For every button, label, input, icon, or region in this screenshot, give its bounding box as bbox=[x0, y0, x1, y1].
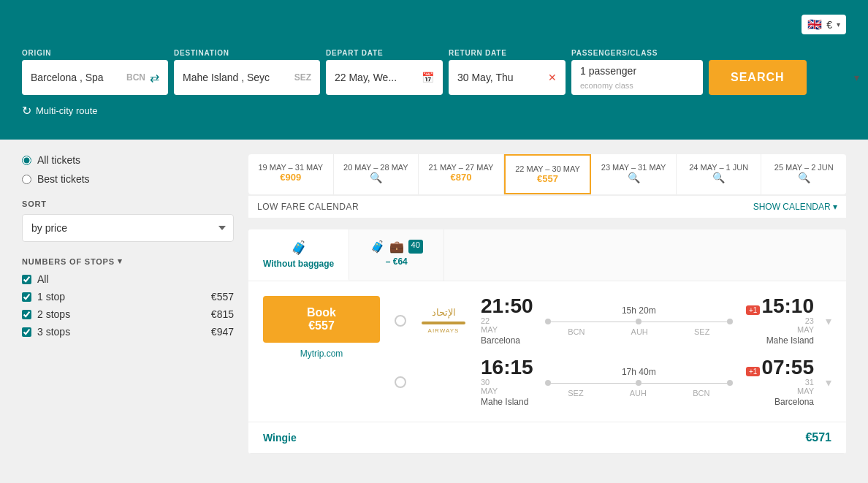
dot-mid-out bbox=[636, 319, 642, 324]
origin-field[interactable]: BCN ⇄ bbox=[22, 60, 168, 95]
search-icon-5: 🔍 bbox=[682, 172, 755, 183]
header-top: 🇬🇧 € ▾ bbox=[22, 15, 846, 34]
stops-header[interactable]: NUMBERS OF STOPS ▾ bbox=[22, 256, 234, 266]
results-container: 🧳 Without baggage 🧳 💼 40 – €64 bbox=[248, 229, 846, 454]
outbound-segment: الإتحاد AIRWAYS 21:50 bbox=[395, 296, 831, 346]
multi-city-link[interactable]: ↻ Multi-city route bbox=[22, 104, 846, 118]
stop-codes-out: BCN AUH SEZ bbox=[545, 327, 733, 336]
airline-name: AIRWAYS bbox=[428, 327, 460, 335]
dest-input[interactable] bbox=[183, 72, 290, 83]
arrive-day-badge-out: +1 bbox=[746, 305, 760, 315]
route-line-in: 17h 40m SEZ AUH BCN bbox=[545, 367, 733, 398]
stop-item-3[interactable]: 3 stops €947 bbox=[22, 326, 234, 338]
stop-item-2[interactable]: 2 stops €815 bbox=[22, 308, 234, 320]
depart-time-big-out: 21:50 bbox=[481, 296, 533, 316]
stop-item-1[interactable]: 1 stop €557 bbox=[22, 291, 234, 303]
bag-filled-icon: 💼 bbox=[389, 240, 404, 254]
date-tab-2[interactable]: 21 MAY – 27 MAY €870 bbox=[419, 154, 504, 194]
dot-end-out bbox=[727, 319, 733, 324]
bag-count-badge: 40 bbox=[408, 240, 423, 254]
stop-codes-in: SEZ AUH BCN bbox=[545, 389, 733, 398]
stop-code-bcn: BCN bbox=[568, 327, 585, 336]
search-button[interactable]: SEARCH bbox=[709, 60, 807, 95]
show-calendar-label: SHOW CALENDAR bbox=[753, 202, 831, 212]
expand-icon-in[interactable]: ▾ bbox=[826, 376, 831, 389]
search-icon-6: 🔍 bbox=[767, 172, 840, 183]
stop-1-checkbox[interactable] bbox=[22, 292, 31, 302]
return-field[interactable]: ✕ bbox=[449, 60, 566, 95]
depart-city-in: Mahe Island bbox=[481, 397, 533, 407]
date-tab-5[interactable]: 24 MAY – 1 JUN 🔍 bbox=[677, 154, 762, 194]
airline-bar-icon bbox=[422, 319, 465, 327]
swap-icon[interactable]: ⇄ bbox=[150, 71, 159, 85]
inbound-radio[interactable] bbox=[395, 376, 406, 388]
inbound-segment: 16:15 30 MAY Mahe Island 17h 40m bbox=[395, 357, 831, 407]
origin-input[interactable] bbox=[31, 72, 122, 83]
book-label: Book bbox=[285, 306, 358, 319]
arrive-month-in: MAY bbox=[797, 387, 814, 395]
depart-input[interactable] bbox=[335, 72, 417, 83]
sort-select[interactable]: by price bbox=[22, 214, 234, 242]
bag-icon: 🧳 bbox=[291, 240, 307, 256]
dot-start-in bbox=[545, 380, 551, 386]
arrive-day-in: 31 bbox=[805, 378, 814, 387]
filter-tab-with-baggage[interactable]: 🧳 💼 40 – €64 bbox=[349, 229, 444, 281]
best-tickets-input[interactable] bbox=[22, 175, 31, 184]
filter-tab-no-baggage[interactable]: 🧳 Without baggage bbox=[248, 229, 349, 281]
arrive-day-out: 23 bbox=[805, 316, 814, 325]
refresh-icon: ↻ bbox=[22, 104, 31, 118]
depart-label: DEPART DATE bbox=[326, 49, 443, 57]
main: All tickets Best tickets SORT by price N… bbox=[0, 140, 868, 468]
close-icon[interactable]: ✕ bbox=[548, 72, 557, 83]
flight-details: الإتحاد AIRWAYS 21:50 bbox=[395, 296, 831, 407]
return-input[interactable] bbox=[457, 72, 544, 83]
stop-2-label: 2 stops bbox=[37, 308, 70, 320]
dest-field[interactable]: SEZ bbox=[174, 60, 320, 95]
multi-city-label: Multi-city route bbox=[36, 105, 98, 116]
low-fare-bar: LOW FARE CALENDAR SHOW CALENDAR ▾ bbox=[248, 196, 846, 218]
stop-code-auh-out: AUH bbox=[631, 327, 648, 336]
return-label: RETURN DATE bbox=[449, 49, 566, 57]
dest-code: SEZ bbox=[294, 72, 311, 83]
expand-icon-out[interactable]: ▾ bbox=[826, 314, 831, 328]
depart-day-in: 30 bbox=[481, 378, 490, 387]
stop-2-checkbox[interactable] bbox=[22, 310, 31, 319]
search-form: ORIGIN BCN ⇄ DESTINATION SEZ DEPART DATE… bbox=[22, 49, 846, 95]
date-tab-1[interactable]: 20 MAY – 28 MAY 🔍 bbox=[334, 154, 419, 194]
best-tickets-radio[interactable]: Best tickets bbox=[22, 173, 234, 185]
book-site: Mytrip.com bbox=[300, 349, 343, 359]
stop-code-auh-in: AUH bbox=[630, 389, 647, 398]
chevron-pax-icon[interactable]: ▾ bbox=[854, 72, 859, 83]
sort-label: SORT bbox=[22, 199, 234, 208]
show-calendar-button[interactable]: SHOW CALENDAR ▾ bbox=[753, 202, 837, 212]
pax-label: PASSENGERS/CLASS bbox=[571, 49, 703, 57]
date-tab-6[interactable]: 25 MAY – 2 JUN 🔍 bbox=[761, 154, 846, 194]
depart-field[interactable]: 📅 bbox=[326, 60, 443, 95]
line-in-2 bbox=[642, 383, 727, 384]
stop-all-checkbox[interactable] bbox=[22, 275, 31, 284]
stop-code-sez: SEZ bbox=[694, 327, 709, 336]
dot-end-in bbox=[727, 380, 733, 386]
filter-tab-icons-1: 🧳 💼 40 bbox=[364, 240, 429, 254]
origin-label: ORIGIN bbox=[22, 49, 168, 57]
date-tab-4[interactable]: 23 MAY – 31 MAY 🔍 bbox=[591, 154, 677, 194]
date-tab-3[interactable]: 22 MAY – 30 MAY €557 bbox=[504, 154, 592, 194]
stop-all-label: All bbox=[37, 273, 49, 285]
calendar-icon[interactable]: 📅 bbox=[422, 72, 434, 83]
outbound-radio[interactable] bbox=[395, 315, 406, 327]
pax-field[interactable]: 1 passenger economy class ▾ bbox=[571, 60, 703, 95]
date-tab-range-3: 22 MAY – 30 MAY bbox=[511, 164, 585, 173]
book-price: €557 bbox=[285, 319, 358, 332]
filter-discount-1: – €64 bbox=[364, 256, 429, 267]
all-tickets-input[interactable] bbox=[22, 156, 31, 165]
book-button[interactable]: Book €557 bbox=[263, 296, 380, 343]
filter-tab-icons-0: 🧳 bbox=[263, 240, 334, 256]
date-tab-0[interactable]: 19 MAY – 31 MAY €909 bbox=[248, 154, 334, 194]
pax-class: economy class bbox=[580, 81, 633, 90]
lang-selector[interactable]: 🇬🇧 € ▾ bbox=[802, 15, 846, 34]
stop-3-checkbox[interactable] bbox=[22, 327, 31, 337]
all-tickets-radio[interactable]: All tickets bbox=[22, 154, 234, 166]
stop-item-all[interactable]: All bbox=[22, 273, 234, 285]
header: 🇬🇧 € ▾ ORIGIN BCN ⇄ DESTINATION SEZ DEPA… bbox=[0, 0, 868, 140]
book-section: Book €557 Mytrip.com bbox=[263, 296, 380, 407]
